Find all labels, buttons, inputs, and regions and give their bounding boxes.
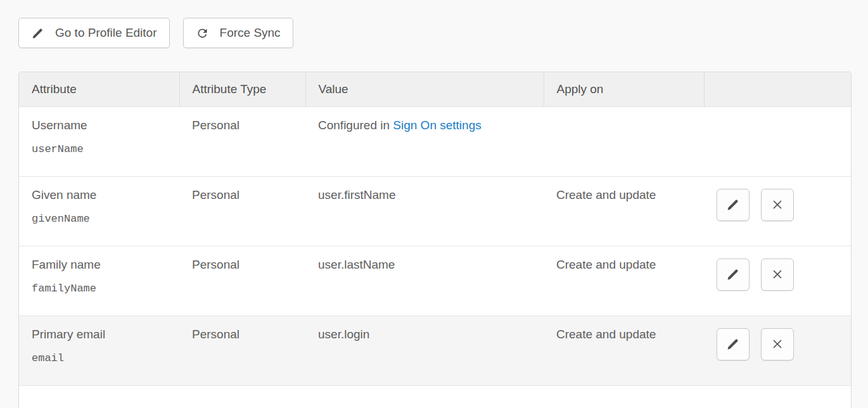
toolbar: Go to Profile Editor Force Sync	[18, 18, 868, 48]
edit-attribute-button[interactable]	[717, 189, 750, 221]
value-cell: Configured in Sign On settings	[305, 106, 544, 176]
attribute-variable: familyName	[32, 283, 179, 295]
attribute-type-cell: Personal	[179, 106, 305, 176]
attribute-mapping-table: Attribute Attribute Type Value Apply on …	[18, 72, 852, 408]
apply-on-cell: Create and update	[544, 176, 704, 246]
header-value: Value	[305, 72, 544, 106]
close-icon	[770, 336, 785, 352]
force-sync-button[interactable]: Force Sync	[183, 18, 293, 48]
delete-attribute-button[interactable]	[761, 189, 794, 221]
header-attribute: Attribute	[19, 72, 179, 106]
attribute-cell: Username userName	[19, 106, 179, 176]
value-cell: user.lastName	[305, 246, 544, 316]
go-to-profile-editor-label: Go to Profile Editor	[55, 26, 157, 40]
apply-on-cell: Create and update	[544, 246, 704, 316]
actions-cell	[704, 106, 851, 176]
header-apply-on: Apply on	[544, 72, 704, 106]
refresh-icon	[196, 27, 209, 40]
value-cell: user.login	[305, 316, 544, 385]
table-header: Attribute Attribute Type Value Apply on	[19, 72, 851, 106]
edit-icon	[725, 197, 741, 212]
attribute-variable: userName	[32, 143, 179, 155]
edit-icon	[725, 336, 741, 352]
attribute-label: Username	[32, 118, 179, 132]
value-cell: user.firstName	[305, 176, 544, 246]
table-row: Username userName Personal Configured in…	[19, 106, 851, 176]
header-actions	[704, 72, 851, 106]
edit-attribute-button[interactable]	[717, 328, 750, 360]
table-row: Family name familyName Personal user.las…	[19, 246, 851, 316]
attribute-type-cell: Personal	[179, 316, 305, 385]
header-attribute-type: Attribute Type	[179, 72, 305, 106]
apply-on-cell: Create and update	[544, 316, 704, 385]
close-icon	[770, 267, 785, 282]
actions-cell	[704, 176, 851, 246]
delete-attribute-button[interactable]	[761, 258, 794, 291]
table-row: Primary email email Personal user.login …	[19, 316, 851, 385]
attribute-cell: Family name familyName	[19, 246, 179, 316]
actions-cell	[704, 316, 851, 385]
force-sync-label: Force Sync	[220, 26, 281, 40]
go-to-profile-editor-button[interactable]: Go to Profile Editor	[18, 18, 170, 48]
attribute-label: Family name	[32, 258, 179, 272]
apply-on-cell	[544, 106, 704, 176]
attribute-type-cell: Personal	[179, 176, 305, 246]
attribute-cell: Given name givenName	[19, 176, 179, 246]
sign-on-settings-link[interactable]: Sign On settings	[393, 118, 481, 132]
attribute-label: Given name	[32, 188, 179, 202]
edit-attribute-button[interactable]	[717, 258, 750, 291]
delete-attribute-button[interactable]	[761, 328, 794, 360]
close-icon	[770, 197, 785, 212]
attribute-type-cell: Personal	[179, 246, 305, 316]
attribute-cell: Primary email email	[19, 316, 179, 385]
attribute-label: Primary email	[32, 328, 179, 341]
edit-icon	[725, 267, 741, 282]
attribute-variable: email	[32, 352, 179, 364]
actions-cell	[704, 246, 851, 316]
attribute-variable: givenName	[32, 213, 179, 225]
table-row: Given name givenName Personal user.first…	[19, 176, 851, 246]
pencil-icon	[31, 27, 44, 40]
value-text: Configured in	[318, 118, 393, 132]
table-row-partial	[19, 385, 851, 408]
